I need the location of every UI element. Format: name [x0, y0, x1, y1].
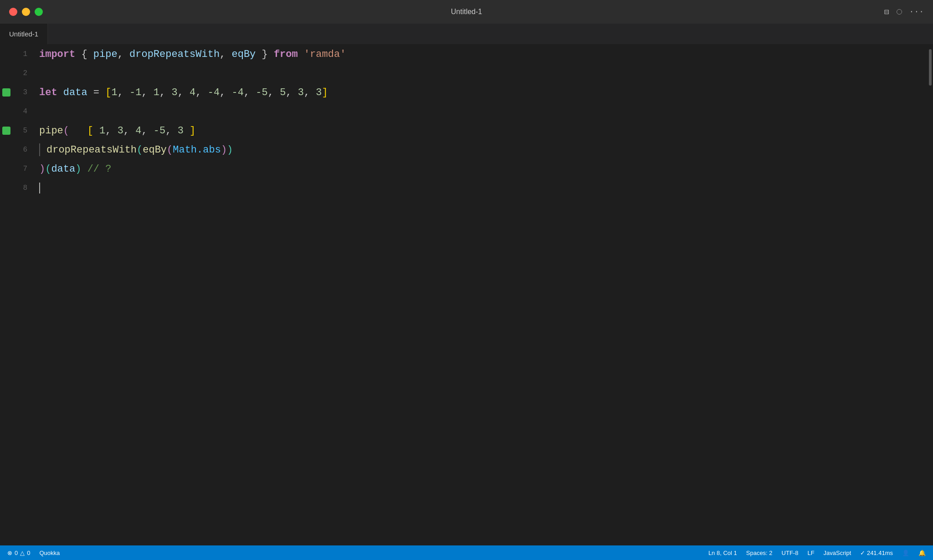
title-bar-actions: ⊟ ··· — [884, 7, 924, 17]
status-timing: ✓ 241.41ms — [860, 550, 893, 556]
fn-eqby: eqBy — [143, 144, 167, 156]
status-line-ending[interactable]: LF — [807, 550, 814, 556]
punct-25 — [81, 163, 87, 175]
punct-11: , — [178, 87, 190, 98]
breakpoint-area-5[interactable] — [0, 127, 13, 135]
warn-count: 0 — [27, 550, 30, 556]
num-4: 3 — [171, 87, 177, 98]
gutter-row-1: 1 — [0, 45, 32, 64]
profile-icon: 👤 — [902, 550, 909, 556]
punct-8: , — [118, 87, 129, 98]
editor-area: 1 2 3 4 5 6 — [0, 45, 933, 545]
unsaved-indicator — [897, 9, 902, 15]
keyword-from: from — [274, 49, 298, 60]
gutter-row-6: 6 — [0, 140, 32, 159]
timing-label: ✓ 241.41ms — [860, 550, 893, 556]
line-number-1: 1 — [13, 50, 32, 58]
code-line-7: ) ( data ) // ? — [39, 159, 927, 178]
gutter-row-7: 7 — [0, 159, 32, 178]
maximize-button[interactable] — [35, 8, 43, 16]
punct-9: , — [141, 87, 153, 98]
punct-4: } — [256, 49, 274, 60]
punct-18 — [69, 125, 87, 137]
punct-6 — [57, 87, 63, 98]
status-position[interactable]: Ln 8, Col 1 — [708, 550, 737, 556]
punct-14: , — [244, 87, 256, 98]
status-bell-icon[interactable]: 🔔 — [918, 550, 926, 556]
punct-15: , — [268, 87, 280, 98]
var-data: data — [63, 87, 87, 98]
import-pipe: pipe — [93, 49, 118, 60]
punct-23: , — [165, 125, 177, 137]
punct-5 — [298, 49, 304, 60]
line-ending-label: LF — [807, 550, 814, 556]
punct-1: { — [75, 49, 93, 60]
breakpoint-3 — [2, 88, 10, 97]
import-drw: dropRepeatsWith — [129, 49, 220, 60]
code-line-2 — [39, 64, 927, 83]
code-line-6: dropRepeatsWith ( eqBy ( Math.abs ) ) — [39, 140, 927, 159]
warn-icon: △ — [20, 550, 25, 556]
minimize-button[interactable] — [22, 8, 30, 16]
num-3: 1 — [154, 87, 159, 98]
bracket3-open: ( — [137, 144, 143, 156]
line-gutter: 1 2 3 4 5 6 — [0, 45, 32, 545]
code-line-8 — [39, 178, 927, 198]
bracket2-close3: ) — [39, 163, 45, 175]
code-line-1: import { pipe , dropRepeatsWith , eqBy }… — [39, 45, 927, 64]
code-editor[interactable]: import { pipe , dropRepeatsWith , eqBy }… — [32, 45, 927, 545]
num-l5-4: -5 — [154, 125, 165, 137]
split-editor-icon[interactable]: ⊟ — [884, 7, 889, 17]
bracket-r2: ] — [190, 125, 195, 137]
num-7: -4 — [232, 87, 244, 98]
bracket-close: ] — [322, 87, 328, 98]
status-quokka[interactable]: Quokka — [39, 550, 60, 556]
traffic-lights — [9, 8, 43, 16]
keyword-let: let — [39, 87, 57, 98]
gutter-row-2: 2 — [0, 64, 32, 83]
breakpoint-area-3[interactable] — [0, 88, 13, 97]
breakpoint-5 — [2, 127, 10, 135]
status-encoding[interactable]: UTF-8 — [782, 550, 799, 556]
punct-7: = — [87, 87, 106, 98]
status-spaces[interactable]: Spaces: 2 — [746, 550, 773, 556]
bracket3-open2: ( — [45, 163, 51, 175]
punct-22: , — [141, 125, 153, 137]
editor-tab[interactable]: Untitled-1 — [0, 24, 48, 44]
more-actions-icon[interactable]: ··· — [909, 7, 924, 16]
num-6: -4 — [208, 87, 220, 98]
num-11: 3 — [316, 87, 322, 98]
import-eqby: eqBy — [232, 49, 256, 60]
line-number-7: 7 — [13, 165, 32, 173]
punct-19 — [93, 125, 99, 137]
punct-16: , — [286, 87, 297, 98]
line-number-3: 3 — [13, 88, 32, 97]
fn-drw: dropRepeatsWith — [46, 144, 137, 156]
error-count: 0 — [15, 550, 18, 556]
gutter-row-3: 3 — [0, 83, 32, 102]
editor-content[interactable]: import { pipe , dropRepeatsWith , eqBy }… — [32, 45, 933, 545]
status-profile-icon[interactable]: 👤 — [902, 550, 909, 556]
code-line-3: let data = [ 1 , -1 , 1 , 3 , 4 , -4 , -… — [39, 83, 927, 102]
close-button[interactable] — [9, 8, 17, 16]
tab-bar: Untitled-1 — [0, 24, 933, 45]
var-data-ref: data — [51, 163, 75, 175]
line-number-5: 5 — [13, 127, 32, 135]
num-2: -1 — [129, 87, 141, 98]
status-language[interactable]: JavaScript — [824, 550, 851, 556]
gutter-row-4: 4 — [0, 102, 32, 121]
num-5: 4 — [190, 87, 195, 98]
status-errors[interactable]: ⊗ 0 △ 0 — [7, 550, 30, 556]
language-label: JavaScript — [824, 550, 851, 556]
punct-20: , — [105, 125, 117, 137]
window-title: Untitled-1 — [451, 8, 482, 16]
cursor — [39, 183, 40, 193]
editor-scrollbar[interactable] — [927, 45, 933, 545]
encoding-label: UTF-8 — [782, 550, 799, 556]
bracket2-close2: ) — [221, 144, 227, 156]
punct-21: , — [123, 125, 135, 137]
line-number-8: 8 — [13, 184, 32, 192]
scrollbar-thumb[interactable] — [929, 49, 932, 86]
indent-guide — [39, 143, 40, 156]
punct-12: , — [195, 87, 207, 98]
